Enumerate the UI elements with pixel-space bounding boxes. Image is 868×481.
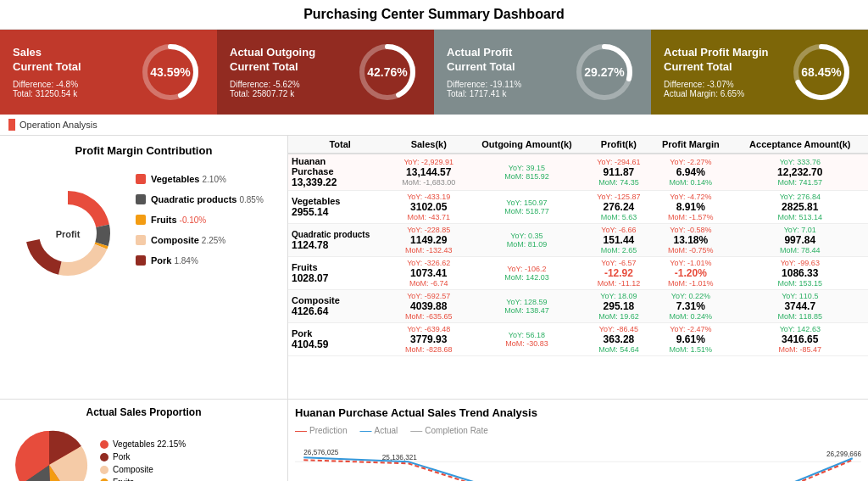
legend-dot-pork <box>136 255 146 266</box>
kpi-sales-gauge: 43.59% <box>136 38 204 106</box>
chart-area: Profit Vegetables 2.10% Quadratic produc… <box>8 165 279 352</box>
kpi-margin-diff: Difference: -3.07% <box>664 80 787 89</box>
cell-acceptance-quadratic: YoY: 7.01 997.84 MoM: 78.44 <box>732 224 868 257</box>
cell-acceptance-vegetables: YoY: 276.84 2825.81 MoM: 513.14 <box>732 191 868 224</box>
kpi-margin: Actual Profit MarginCurrent Total Differ… <box>651 30 868 115</box>
table-row: HuananPurchase13,339.22 YoY: -2,929.91 1… <box>288 154 868 191</box>
cell-sales-huanan: YoY: -2,929.91 13,144.57 MoM: -1,683.00 <box>392 154 465 191</box>
pie-dot-pork <box>100 453 108 461</box>
operation-label: Operation Analysis <box>19 120 97 130</box>
title-text: Purchasing Center Summary Dashboard <box>303 7 565 21</box>
legend-vegetables: Vegetables 2.10% <box>136 174 264 184</box>
cell-acceptance-fruits: YoY: -99.63 1086.33 MoM: 153.15 <box>732 257 868 290</box>
kpi-sales-value: 43.59% <box>150 65 190 79</box>
svg-text:Profit: Profit <box>56 229 81 239</box>
op-indicator <box>8 119 15 131</box>
pie-label-vegetables: Vegetables 22.15% <box>113 439 186 449</box>
kpi-profit-title: Actual ProfitCurrent Total <box>447 46 570 75</box>
table-row: Fruits1028.07 YoY: -326.62 1073.41 MoM: … <box>288 257 868 290</box>
cell-margin-composite: YoY: 0.22% 7.31% MoM: 0.24% <box>649 290 732 323</box>
cell-outgoing-huanan: YoY: 39.15 MoM: 815.92 <box>465 154 588 191</box>
cell-sales-fruits: YoY: -326.62 1073.41 MoM: -6.74 <box>392 257 465 290</box>
legend-completion: — Completion Rate <box>410 423 487 437</box>
kpi-profit-value: 29.27% <box>584 65 624 79</box>
legend-composite: Composite 2.25% <box>136 235 264 245</box>
kpi-outgoing-diff: Difference: -5.62% <box>230 80 353 89</box>
cell-margin-pork: YoY: -2.47% 9.61% MoM: 1.51% <box>649 323 732 356</box>
pie-leg-fruits: Fruits <box>100 478 186 481</box>
legend-dot-vegetables <box>136 174 146 184</box>
pie-label-fruits: Fruits <box>113 478 134 481</box>
operation-bar: Operation Analysis <box>0 115 868 136</box>
legend-pork: Pork 1.84% <box>136 255 264 266</box>
cell-acceptance-huanan: YoY: 333.76 12,232.70 MoM: 741.57 <box>732 154 868 191</box>
pie-dot-vegetables <box>100 440 108 449</box>
cell-margin-quadratic: YoY: -0.58% 13.18% MoM: -0.75% <box>649 224 732 257</box>
kpi-sales-diff: Difference: -4.8% <box>13 80 136 89</box>
donut-chart: Profit <box>17 182 119 284</box>
chart-legend: Vegetables 2.10% Quadratic products 0.85… <box>136 174 264 276</box>
pie-leg-composite: Composite <box>100 465 186 474</box>
cell-profit-composite: YoY: 18.09 295.18 MoM: 19.62 <box>588 290 649 323</box>
dashboard: Purchasing Center Summary Dashboard Sale… <box>0 0 868 481</box>
pie-leg-pork: Pork <box>100 452 186 461</box>
bottom-left-panel: Actual Sales Proportion <box>0 399 288 481</box>
kpi-profit-diff: Difference: -19.11% <box>447 80 570 89</box>
cell-profit-quadratic: YoY: -6.66 151.44 MoM: 2.65 <box>588 224 649 257</box>
row-label-quadratic: Quadratic products1124.78 <box>288 224 392 257</box>
row-label-composite: Composite4126.64 <box>288 290 392 323</box>
th-sales: Sales(k) <box>392 136 465 154</box>
cell-outgoing-quadratic: YoY: 0.35 MoM: 81.09 <box>465 224 588 257</box>
kpi-outgoing-value: 42.76% <box>367 65 407 79</box>
sales-proportion-title: Actual Sales Proportion <box>7 406 281 418</box>
th-outgoing: Outgoing Amount(k) <box>465 136 588 154</box>
kpi-profit-total: Total: 1717.41 k <box>447 89 570 98</box>
kpi-row: SalesCurrent Total Difference: -4.8% Tot… <box>0 30 868 115</box>
legend-dot-composite <box>136 235 146 245</box>
kpi-profit-gauge: 29.27% <box>570 38 638 106</box>
bottom-content: Actual Sales Proportion <box>0 399 868 481</box>
kpi-margin-total: Actual Margin: 6.65% <box>664 89 787 98</box>
legend-pct-fruits: -0.10% <box>180 215 207 225</box>
trend-legend: — Prediction — Actual — Completion Rate <box>295 423 861 437</box>
legend-prediction: — Prediction <box>295 423 347 437</box>
svg-text:26,299,666: 26,299,666 <box>826 450 861 458</box>
cell-profit-fruits: YoY: -6.57 -12.92 MoM: -11.12 <box>588 257 649 290</box>
cell-margin-huanan: YoY: -2.27% 6.94% MoM: 0.14% <box>649 154 732 191</box>
row-label-huanan: HuananPurchase13,339.22 <box>288 154 392 191</box>
kpi-margin-value: 68.45% <box>801 65 841 79</box>
legend-quadratic: Quadratic products 0.85% <box>136 194 264 204</box>
trend-title: Huanan Purchase Actual Sales Trend Analy… <box>295 406 861 419</box>
kpi-profit-text: Actual ProfitCurrent Total Difference: -… <box>447 46 570 98</box>
th-profit: Profit(k) <box>588 136 649 154</box>
cell-margin-vegetables: YoY: -4.72% 8.91% MoM: -1.57% <box>649 191 732 224</box>
legend-actual: — Actual <box>359 423 398 437</box>
legend-label-composite: Composite <box>151 235 199 245</box>
legend-label-vegetables: Vegetables <box>151 174 199 184</box>
kpi-sales-title: SalesCurrent Total <box>13 46 136 75</box>
svg-text:26,576,025: 26,576,025 <box>303 449 339 456</box>
svg-text:25,136,321: 25,136,321 <box>382 454 418 461</box>
cell-sales-vegetables: YoY: -433.19 3102.05 MoM: -43.71 <box>392 191 465 224</box>
bottom-right-panel: Huanan Purchase Actual Sales Trend Analy… <box>288 399 868 481</box>
cell-acceptance-composite: YoY: 110.5 3744.7 MoM: 118.85 <box>732 290 868 323</box>
trend-chart: 26,576,025 25,136,321 21,753,707 21,953,… <box>295 441 861 481</box>
main-content: Profit Margin Contribution Profit <box>0 136 868 399</box>
table-row: Vegetables2955.14 YoY: -433.19 3102.05 M… <box>288 191 868 224</box>
cell-sales-composite: YoY: -592.57 4039.88 MoM: -635.65 <box>392 290 465 323</box>
legend-pct-vegetables: 2.10% <box>202 175 225 184</box>
cell-profit-huanan: YoY: -294.61 911.87 MoM: 74.35 <box>588 154 649 191</box>
legend-label-quadratic: Quadratic products <box>151 194 236 204</box>
legend-dot-fruits <box>136 215 146 225</box>
pie-dot-composite <box>100 466 108 474</box>
kpi-margin-gauge: 68.45% <box>787 38 855 106</box>
cell-outgoing-vegetables: YoY: 150.97 MoM: 518.77 <box>465 191 588 224</box>
pie-dot-fruits <box>100 478 108 482</box>
kpi-outgoing-gauge: 42.76% <box>353 38 421 106</box>
row-label-fruits: Fruits1028.07 <box>288 257 392 290</box>
cell-profit-vegetables: YoY: -125.87 276.24 MoM: 5.63 <box>588 191 649 224</box>
legend-fruits: Fruits -0.10% <box>136 215 264 225</box>
legend-label-fruits: Fruits <box>151 215 177 225</box>
data-table: Total Sales(k) Outgoing Amount(k) Profit… <box>288 136 868 356</box>
table-header-row: Total Sales(k) Outgoing Amount(k) Profit… <box>288 136 868 154</box>
